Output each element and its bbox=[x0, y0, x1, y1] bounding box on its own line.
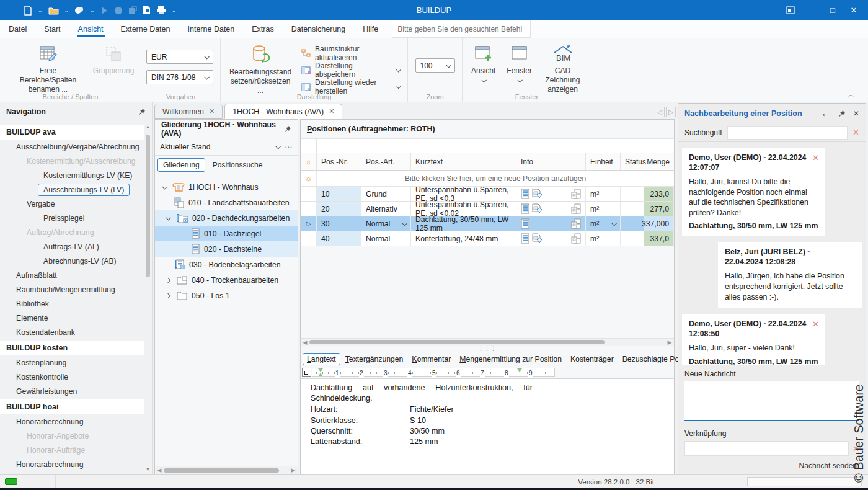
tab-1hoch-wohnhaus[interactable]: 1HOCH - Wohnhaus (AVA) ✕ bbox=[224, 104, 342, 119]
message-card[interactable]: Demo, User (DEMO) - 22.04.2024 12:08:50 … bbox=[682, 314, 825, 365]
message-card[interactable]: Belz, Juri (JURI BELZ) - 22.04.2024 12:0… bbox=[718, 242, 862, 308]
fenster-button[interactable]: Fenster bbox=[503, 42, 536, 92]
open-folder-icon[interactable] bbox=[48, 6, 59, 15]
scroll-left-icon[interactable]: ◀ bbox=[301, 339, 309, 345]
nav-item-raumbuch[interactable]: Raumbuch/Mengenermittlung bbox=[0, 282, 144, 296]
pin-icon[interactable] bbox=[138, 108, 146, 115]
nav-item-vergabe[interactable]: Vergabe bbox=[0, 197, 144, 211]
indent-marker[interactable] bbox=[318, 373, 323, 376]
textergaenzung-icon[interactable] bbox=[531, 203, 542, 214]
command-search-box[interactable] bbox=[392, 20, 531, 38]
pin-icon[interactable] bbox=[838, 110, 846, 117]
col-pos-art[interactable]: Pos.-Art. bbox=[361, 153, 411, 170]
tree-item-dachdeckungsarbeiten[interactable]: 020 - Dachdeckungsarbeiten bbox=[155, 210, 298, 226]
clear-search-icon[interactable]: ✕ bbox=[852, 128, 859, 137]
table-row[interactable]: 10 Grund Unterspannbahn ü.Sparren, PE, s… bbox=[301, 187, 674, 202]
search-input[interactable] bbox=[727, 126, 848, 140]
nav-item-honorarberechnung[interactable]: Honorarberechnung bbox=[0, 414, 144, 429]
menu-tab-ansicht[interactable]: Ansicht bbox=[69, 20, 112, 38]
menu-tab-start[interactable]: Start bbox=[35, 20, 69, 38]
new-message-input[interactable] bbox=[684, 381, 859, 421]
save-dropdown-icon[interactable]: ⌄ bbox=[90, 7, 95, 14]
langtext-icon[interactable] bbox=[521, 189, 529, 199]
back-icon[interactable]: ← bbox=[821, 108, 831, 119]
tree-item-trockenbauarbeiten[interactable]: 040 - Trockenbauarbeiten bbox=[155, 272, 298, 288]
navigation-scrollbar[interactable]: ▲ ▼ bbox=[144, 123, 151, 473]
textergaenzung-icon[interactable] bbox=[531, 189, 542, 199]
ansicht-button[interactable]: Ansicht bbox=[467, 42, 499, 92]
scroll-left-icon[interactable]: ◀ bbox=[155, 467, 164, 473]
nav-item-ausschreibung-vergabe-abrechnung[interactable]: Ausschreibung/Vergabe/Abrechnung bbox=[0, 140, 144, 154]
tree-item-landschaftsbauarbeiten[interactable]: 010 - Landschaftsbauarbeiten bbox=[155, 195, 298, 210]
nav-section-buildup-ava[interactable]: BUILDUP ava bbox=[0, 125, 144, 140]
mengenermittlung-icon[interactable] bbox=[571, 189, 581, 200]
tab-scroll-left-icon[interactable]: ◁ bbox=[655, 107, 665, 117]
mengenermittlung-icon[interactable] bbox=[571, 233, 581, 244]
menu-tab-datei[interactable]: Datei bbox=[0, 20, 35, 38]
mengenermittlung-icon[interactable] bbox=[571, 218, 581, 229]
langtext-icon[interactable] bbox=[521, 203, 529, 214]
open-folder-dropdown-icon[interactable]: ⌄ bbox=[64, 7, 69, 14]
tree-item-1hoch-wohnhaus[interactable]: 1HOCH - Wohnhaus bbox=[155, 179, 298, 195]
toolbar-customize-icon[interactable]: ⌄ bbox=[172, 7, 177, 14]
close-button[interactable]: ✕ bbox=[844, 2, 863, 19]
menu-tab-hilfe[interactable]: Hilfe bbox=[354, 20, 387, 38]
collapse-icon[interactable] bbox=[160, 185, 169, 189]
close-tab-icon[interactable]: ✕ bbox=[329, 107, 334, 115]
tabstop-selector[interactable] bbox=[302, 368, 311, 377]
scroll-up-icon[interactable]: ▲ bbox=[144, 123, 151, 131]
print-icon[interactable] bbox=[156, 6, 166, 15]
table-row-selected[interactable]: ▷ 30 Normal Dachlattung, 30/50 mm, LW 12… bbox=[301, 216, 674, 231]
nav-item-bibliothek[interactable]: Bibliothek bbox=[0, 296, 144, 311]
tree-item-los-1[interactable]: 050 - Los 1 bbox=[155, 288, 298, 303]
ribbon-collapse-icon[interactable]: ︿ bbox=[848, 90, 854, 99]
expand-icon[interactable] bbox=[164, 294, 172, 298]
col-info[interactable]: Info bbox=[516, 153, 586, 170]
tab-positionssuche[interactable]: Positionssuche bbox=[208, 159, 268, 171]
right-indent-marker[interactable] bbox=[517, 368, 522, 372]
tab-langtext[interactable]: Langtext bbox=[303, 353, 340, 365]
delete-message-icon[interactable]: ✕ bbox=[812, 153, 819, 163]
pin-icon[interactable] bbox=[284, 125, 291, 133]
save-icon[interactable] bbox=[74, 6, 84, 16]
maximize-button[interactable]: □ bbox=[823, 2, 842, 19]
cad-zeichnung-button[interactable]: BIM CAD Zeichnung anzeigen bbox=[539, 42, 586, 92]
tab-willkommen[interactable]: Willkommen ✕ bbox=[154, 104, 223, 119]
outline-hscrollbar[interactable]: ◀ ▶ bbox=[155, 466, 298, 474]
darstellung-wiederherstellen-button[interactable]: Darstellung wieder herstellen bbox=[299, 79, 402, 94]
nav-item-gewaehrleistungen[interactable]: Gewährleistungen bbox=[0, 384, 144, 398]
mengenermittlung-icon[interactable] bbox=[571, 203, 581, 215]
indent-marker[interactable] bbox=[318, 368, 323, 372]
zoom-select[interactable]: 100 bbox=[415, 58, 455, 73]
bearbeitungsstand-button[interactable]: Bearbeitungsstand setzen/rücksetzen ... bbox=[226, 42, 295, 92]
message-card[interactable]: Demo, User (DEMO) - 22.04.2024 12:07:07 … bbox=[682, 148, 825, 236]
report-icon[interactable] bbox=[143, 6, 151, 15]
tree-item-bodenbelagsarbeiten[interactable]: 030 - Bodenbelagsarbeiten bbox=[155, 257, 298, 272]
link-input[interactable] bbox=[684, 441, 849, 456]
col-status[interactable]: Status bbox=[621, 153, 644, 170]
close-panel-icon[interactable]: ✕ bbox=[853, 109, 859, 118]
menu-tab-externe-daten[interactable]: Externe Daten bbox=[112, 20, 179, 38]
col-menge[interactable]: Menge bbox=[644, 153, 674, 170]
col-pos-nr[interactable]: Pos.-Nr. bbox=[317, 153, 361, 170]
langtext-icon[interactable] bbox=[521, 218, 529, 229]
scroll-right-icon[interactable]: ▶ bbox=[289, 467, 298, 473]
pos-art-combo[interactable]: Normal bbox=[361, 216, 411, 231]
nav-item-honorarabrechnung[interactable]: Honorarabrechnung bbox=[0, 457, 144, 471]
tree-item-dachsteine[interactable]: 020 - Dachsteine bbox=[155, 241, 298, 257]
command-search-input[interactable] bbox=[392, 25, 530, 33]
nav-item-abrechnungs-lv[interactable]: Abrechnungs-LV (AB) bbox=[0, 254, 144, 268]
einheit-combo[interactable]: m² bbox=[586, 216, 621, 231]
more-options-icon[interactable]: ⋯ bbox=[285, 143, 293, 151]
minimize-button[interactable]: — bbox=[802, 2, 821, 19]
nav-section-buildup-hoai[interactable]: BUILDUP hoai bbox=[0, 399, 144, 414]
baumstruktur-aktualisieren-button[interactable]: Baumstruktur aktualisieren bbox=[299, 46, 402, 61]
tab-kommentar[interactable]: Kommentar bbox=[408, 354, 454, 365]
nav-item-ausschreibungs-lv[interactable]: Ausschreibungs-LV (LV) bbox=[0, 182, 144, 197]
table-row[interactable]: 20 Alternativ Unterspannbahn ü.Sparren, … bbox=[301, 202, 674, 216]
nav-item-kostenplanung[interactable]: Kostenplanung bbox=[0, 355, 144, 370]
tab-scroll-right-icon[interactable]: ▷ bbox=[666, 107, 676, 117]
version-selector[interactable]: Aktueller Stand ⋯ bbox=[155, 138, 298, 156]
scroll-right-icon[interactable]: ▶ bbox=[665, 339, 674, 345]
freie-bereiche-spalten-button[interactable]: Freie Bereiche/Spalten benamen ... bbox=[9, 42, 87, 92]
